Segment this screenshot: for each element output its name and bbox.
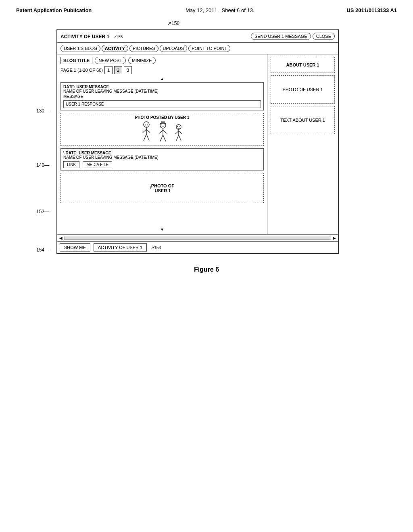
svg-line-4 xyxy=(143,129,146,133)
pagination-row: PAGE 1 (1-20 OF 60) 1 2 3 xyxy=(60,66,264,74)
link-media-row: LINK MEDIA FILE xyxy=(63,161,261,168)
msg2-name: NAME OF USER LEAVING MESSAGE (DATE/TIME) xyxy=(63,155,261,160)
msg1-response: USER 1 RESPONSE xyxy=(63,100,261,108)
msg1-date: DATE: USER MESSAGE xyxy=(63,85,261,89)
ref-140-label: 140— xyxy=(36,162,49,168)
stick-figures xyxy=(63,121,261,143)
title-bar-buttons: SEND USER 1 MESSAGE CLOSE xyxy=(251,33,335,40)
title-bar: ACTIVITY OF USER 1 ↗155 SEND USER 1 MESS… xyxy=(57,30,338,43)
text-about-user-box: TEXT ABOUT USER 1 xyxy=(271,106,335,134)
scroll-track[interactable] xyxy=(64,237,331,240)
pub-label: Patent Application Publication xyxy=(16,7,92,13)
nav-tabs: USER 1'S BLOG ACTIVITY PICTURES UPLOADS … xyxy=(57,43,338,54)
svg-point-9 xyxy=(161,125,162,125)
diagram-area: ↗150 130— 140— 152— 154— ACTIVITY OF USE… xyxy=(0,17,413,289)
svg-point-2 xyxy=(147,124,148,125)
ref-154-label: 154— xyxy=(36,247,49,253)
msg1-text: MESSAGE xyxy=(63,94,261,99)
svg-line-14 xyxy=(159,130,163,133)
page-1-button[interactable]: 1 xyxy=(104,66,113,74)
msg2-date: DATE: USER MESSAGE xyxy=(66,151,111,155)
about-user-box: ABOUT USER 1 xyxy=(271,57,335,73)
page-2-button[interactable]: 2 xyxy=(114,66,122,74)
new-post-button[interactable]: NEW POST xyxy=(95,57,126,64)
tab-pictures[interactable]: PICTURES xyxy=(129,45,159,52)
photo-user-box: \ PHOTO OFUSER 1 xyxy=(60,173,264,203)
scroll-down-indicator: ▼ xyxy=(60,227,264,232)
media-file-button[interactable]: MEDIA FILE xyxy=(83,161,112,168)
tab-activity[interactable]: ACTIVITY xyxy=(102,45,128,52)
scroll-left-arrow[interactable]: ◀ xyxy=(59,236,63,240)
date-label: May 12, 2011 xyxy=(186,7,217,13)
stick-figure-3 xyxy=(173,121,185,143)
blog-title-box: BLOG TITLE xyxy=(60,57,92,64)
ref-150-label: ↗150 xyxy=(167,21,179,26)
show-me-button[interactable]: SHOW ME xyxy=(60,243,90,251)
message-entry-2: \ DATE: USER MESSAGE NAME OF USER LEAVIN… xyxy=(60,148,264,170)
svg-point-1 xyxy=(145,124,146,125)
left-col-spacer xyxy=(60,206,264,226)
scroll-up-indicator: ▲ xyxy=(60,77,264,81)
svg-point-10 xyxy=(164,125,165,125)
pagination-label: PAGE 1 (1-20 OF 60) xyxy=(60,68,103,73)
scrollbar-row: ◀ ▶ xyxy=(57,234,338,241)
blog-controls: BLOG TITLE NEW POST MINIMIZE xyxy=(60,57,264,64)
svg-line-17 xyxy=(163,135,166,141)
scroll-right-arrow[interactable]: ▶ xyxy=(333,236,336,240)
link-button[interactable]: LINK xyxy=(63,161,79,168)
message-entry-1: DATE: USER MESSAGE NAME OF USER LEAVING … xyxy=(60,82,264,110)
page-3-button[interactable]: 3 xyxy=(124,66,132,74)
svg-line-23 xyxy=(179,131,182,134)
msg2-arrow: \ DATE: USER MESSAGE xyxy=(63,151,261,155)
msg1-name: NAME OF USER LEAVING MESSAGE (DATE/TIME) xyxy=(63,89,261,94)
close-button[interactable]: CLOSE xyxy=(313,33,335,40)
svg-line-6 xyxy=(144,134,146,141)
svg-line-25 xyxy=(179,135,181,141)
window-title: ACTIVITY OF USER 1 xyxy=(60,34,109,39)
patent-number: US 2011/0113133 A1 xyxy=(346,7,397,13)
photo-posted-title: PHOTO POSTED BY USER 1 xyxy=(63,115,261,120)
sheet-label: Sheet 6 of 13 xyxy=(222,7,253,13)
tab-uploads[interactable]: UPLOADS xyxy=(160,45,188,52)
figure-caption: Figure 6 xyxy=(24,266,389,273)
svg-line-24 xyxy=(176,135,179,141)
page-header: Patent Application Publication May 12, 2… xyxy=(0,0,413,17)
ref-130-label: 130— xyxy=(36,108,49,114)
left-column: BLOG TITLE NEW POST MINIMIZE PAGE 1 (1-2… xyxy=(57,54,267,234)
photo-posted-box: PHOTO POSTED BY USER 1 xyxy=(60,113,264,146)
svg-point-0 xyxy=(144,122,149,127)
ref-155-label: ↗155 xyxy=(113,35,123,39)
ref-152-label: 152— xyxy=(36,209,49,214)
stick-figure-1 xyxy=(140,121,154,143)
photo-user-label: PHOTO OFUSER 1 xyxy=(151,183,174,193)
tab-blog[interactable]: USER 1'S BLOG xyxy=(60,45,100,52)
svg-point-20 xyxy=(179,126,180,127)
ref-153-label: ↗153 xyxy=(151,245,161,250)
photo-user-right-box: PHOTO OF USER 1 xyxy=(271,75,335,104)
svg-line-5 xyxy=(146,129,150,133)
ui-window: ACTIVITY OF USER 1 ↗155 SEND USER 1 MESS… xyxy=(56,29,339,254)
tab-point-to-point[interactable]: POINT TO POINT xyxy=(188,45,230,52)
window-title-row: ACTIVITY OF USER 1 ↗155 xyxy=(60,33,123,40)
svg-line-16 xyxy=(160,135,163,141)
svg-point-19 xyxy=(177,126,178,127)
minimize-button[interactable]: MINIMIZE xyxy=(128,57,156,64)
sheet-info: May 12, 2011 Sheet 6 of 13 xyxy=(186,7,253,13)
bottom-bar: SHOW ME ACTIVITY OF USER 1 ↗153 xyxy=(57,241,338,253)
svg-line-15 xyxy=(163,130,167,133)
content-area: BLOG TITLE NEW POST MINIMIZE PAGE 1 (1-2… xyxy=(57,54,338,234)
activity-button[interactable]: ACTIVITY OF USER 1 xyxy=(94,243,147,251)
svg-line-22 xyxy=(175,131,179,134)
svg-line-7 xyxy=(146,134,149,141)
stick-figure-2 xyxy=(156,121,170,143)
send-message-button[interactable]: SEND USER 1 MESSAGE xyxy=(251,33,311,40)
right-column: ABOUT USER 1 PHOTO OF USER 1 TEXT ABOUT … xyxy=(267,54,338,234)
